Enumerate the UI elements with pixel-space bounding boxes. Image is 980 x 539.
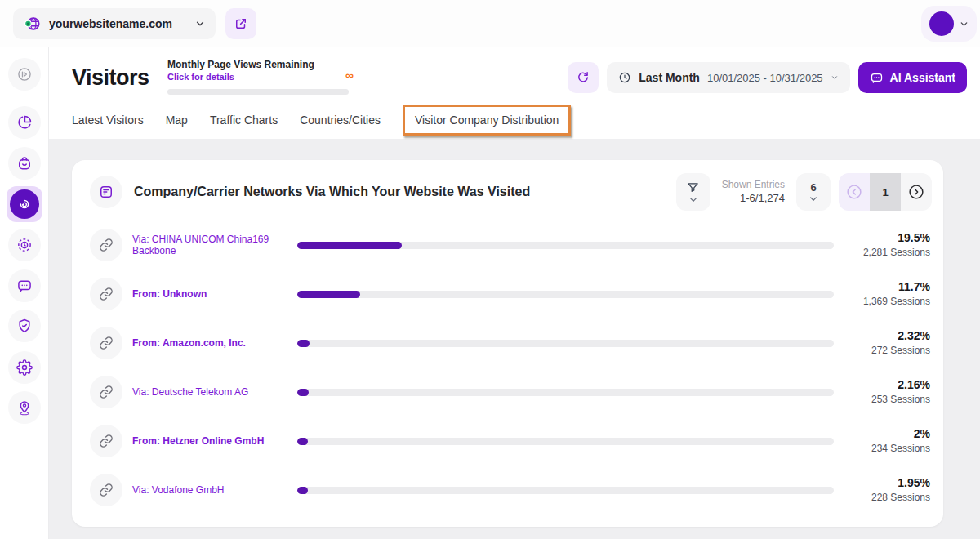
table-row: Via: Deutsche Telekom AG 2.16% 253 Sessi… (72, 368, 943, 416)
table-row: Via: CHINA UNICOM China169 Backbone 19.5… (72, 220, 943, 270)
percent-value: 2.32% (845, 328, 930, 345)
site-selector[interactable]: yourwebsitename.com (13, 8, 216, 39)
pagination: 1 (839, 173, 932, 211)
chevron-down-icon (959, 19, 969, 29)
link-icon (99, 238, 114, 252)
external-link-icon (234, 16, 248, 31)
link-icon (99, 336, 114, 350)
network-link[interactable]: Via: CHINA UNICOM China169 Backbone (132, 234, 297, 256)
sessions-value: 228 Sessions (845, 491, 930, 505)
table-row: From: Unknown 11.7% 1,369 Sessions (72, 270, 943, 318)
sidebar-item-security[interactable] (8, 310, 41, 342)
gear-icon (16, 359, 33, 376)
card-controls: Shown Entries 1-6/1,274 6 (676, 173, 932, 211)
sidebar-item-locations[interactable] (8, 391, 41, 424)
link-icon-wrap (90, 376, 122, 408)
row-values: 2% 234 Sessions (845, 426, 930, 456)
shown-entries-label: Shown Entries (722, 178, 785, 191)
sidebar-item-commerce[interactable] (8, 147, 41, 180)
user-menu[interactable] (921, 6, 977, 42)
period-label: Last Month (639, 71, 700, 84)
percent-value: 19.5% (845, 230, 930, 247)
percent-value: 1.95% (845, 475, 930, 492)
radar-visitors-icon (10, 189, 39, 219)
bar-track (297, 242, 834, 249)
row-values: 11.7% 1,369 Sessions (845, 279, 930, 309)
tab-traffic-charts[interactable]: Traffic Charts (210, 114, 278, 127)
row-values: 1.95% 228 Sessions (845, 475, 930, 505)
tab-map[interactable]: Map (166, 114, 188, 127)
pie-chart-icon (16, 114, 33, 131)
chat-bubble-icon (16, 278, 33, 294)
quota-label: Monthly Page Views Remaining (167, 59, 354, 70)
table-row: Via: Vodafone GmbH 1.95% 228 Sessions (72, 466, 943, 514)
tab-latest-visitors[interactable]: Latest Visitors (72, 114, 144, 127)
quota-details-link[interactable]: Click for details (167, 72, 354, 82)
sidebar-item-settings[interactable] (8, 351, 41, 384)
card-title: Company/Carrier Networks Via Which Your … (134, 185, 676, 199)
ai-assistant-label: AI Assistant (890, 71, 956, 84)
header-controls: Last Month 10/01/2025 - 10/31/2025 A (568, 62, 967, 93)
percent-value: 2.16% (845, 377, 930, 394)
link-icon (99, 483, 114, 497)
link-icon-wrap (90, 425, 122, 457)
bar-track (297, 487, 834, 494)
link-icon-wrap (90, 229, 122, 261)
date-range-picker[interactable]: Last Month 10/01/2025 - 10/31/2025 (607, 62, 849, 93)
bar-fill (297, 487, 308, 494)
shown-entries-value: 1-6/1,274 (722, 191, 785, 206)
company-distribution-card: Company/Carrier Networks Via Which Your … (72, 160, 943, 527)
bar-track (297, 291, 834, 298)
page-size-selector[interactable]: 6 (796, 173, 831, 211)
page-size-value: 6 (810, 181, 816, 194)
row-values: 2.32% 272 Sessions (845, 328, 930, 358)
tab-countries-cities[interactable]: Countries/Cities (300, 114, 381, 127)
open-site-button[interactable] (225, 8, 256, 39)
sidebar-item-visitors[interactable] (7, 186, 42, 222)
chevron-down-icon (809, 196, 817, 203)
sidebar-item-sessions[interactable] (8, 229, 41, 261)
ai-assistant-button[interactable]: AI Assistant (858, 62, 967, 93)
link-icon-wrap (90, 327, 122, 359)
site-name: yourwebsitename.com (49, 17, 186, 30)
period-range: 10/01/2025 - 10/31/2025 (707, 72, 823, 84)
network-link[interactable]: Via: Deutsche Telekom AG (132, 386, 297, 398)
network-link[interactable]: Via: Vodafone GmbH (132, 484, 297, 496)
site-favicon-globe-icon (23, 15, 41, 33)
prev-page-button[interactable] (839, 173, 870, 211)
network-link[interactable]: From: Hetzner Online GmbH (132, 435, 297, 447)
network-link[interactable]: From: Unknown (132, 288, 297, 300)
sidebar-item-collapse[interactable] (8, 58, 41, 91)
row-values: 2.16% 253 Sessions (845, 377, 930, 407)
shield-check-icon (16, 318, 33, 334)
clock-icon (618, 71, 631, 84)
link-icon (99, 385, 114, 399)
filter-icon (686, 180, 700, 194)
link-icon-wrap (90, 474, 122, 506)
refresh-button[interactable] (568, 62, 599, 93)
page-header: Visitors Monthly Page Views Remaining Cl… (49, 47, 980, 139)
bar-fill (297, 389, 309, 396)
tab-visitor-company-distribution[interactable]: Visitor Company Distribution (403, 105, 571, 136)
sessions-value: 1,369 Sessions (845, 295, 930, 309)
percent-value: 2% (845, 426, 930, 443)
bar-track (297, 340, 834, 347)
network-link[interactable]: From: Amazon.com, Inc. (132, 337, 297, 349)
sidebar (0, 47, 49, 539)
quota-progress-bar (167, 89, 349, 95)
sidebar-item-dashboard[interactable] (8, 106, 41, 139)
card-header: Company/Carrier Networks Via Which Your … (72, 160, 943, 219)
chevron-down-icon (194, 18, 206, 29)
filter-button[interactable] (676, 173, 710, 211)
collapse-sidebar-icon (16, 66, 33, 82)
sidebar-item-feedback[interactable] (8, 270, 41, 302)
sessions-value: 272 Sessions (845, 344, 930, 358)
row-values: 19.5% 2,281 Sessions (845, 230, 930, 260)
topbar: yourwebsitename.com (0, 0, 980, 47)
bar-track (297, 389, 834, 396)
table-row: From: Amazon.com, Inc. 2.32% 272 Session… (72, 318, 943, 368)
link-icon (99, 287, 114, 301)
main-content: Visitors Monthly Page Views Remaining Cl… (49, 47, 980, 539)
page-title: Visitors (72, 65, 149, 91)
next-page-button[interactable] (901, 173, 932, 211)
